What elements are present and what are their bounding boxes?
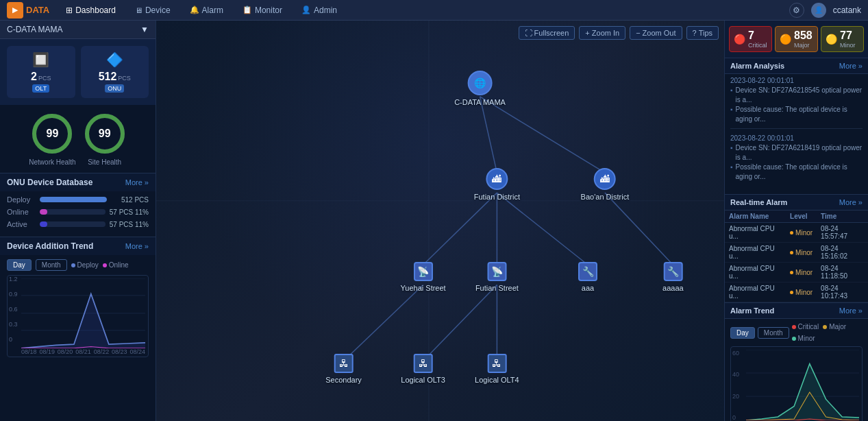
svg-marker-9	[21, 294, 145, 348]
right-panel: 🔴 7 Critical 🟠 858 Major 🟡 77 Minor	[724, 21, 868, 421]
fullscreen-button[interactable]: ⛶ Fullscreen	[519, 26, 575, 40]
alarm-trend-content: Day Month Critical Major Mi	[725, 319, 868, 421]
ry-1: 60	[732, 350, 739, 357]
x-label-6: 08/23	[112, 348, 127, 355]
onu-count: 512	[99, 71, 117, 83]
alarm-nav-icon: 🔔	[190, 5, 199, 14]
site-dropdown[interactable]: C-DATA MAMA ▼	[0, 21, 156, 39]
zoom-out-icon: −	[636, 29, 640, 37]
device-nav-icon: 🖥	[135, 6, 142, 14]
onu-database-title: ONU Device Database	[7, 178, 92, 187]
trend-online-legend: Online	[103, 261, 129, 269]
ry-3: 20	[732, 393, 739, 400]
nav-admin[interactable]: 👤 Admin	[299, 5, 340, 15]
node-olt4[interactable]: 🖧 Logical OLT4	[475, 354, 519, 384]
aaaaa-label: aaaaa	[662, 284, 684, 292]
futian-district-icon: 🏙	[486, 168, 508, 190]
analysis-entry-1: 2023-08-22 00:01:01 Device SN: DF27A6218…	[730, 77, 863, 129]
alarm-analysis-more[interactable]: More »	[839, 62, 863, 70]
ry-2: 40	[732, 371, 739, 378]
site-health-circle: 99	[83, 112, 127, 156]
olt-count-container: 2 PCS	[31, 71, 51, 83]
critical-legend-dot	[792, 325, 796, 329]
level-text-3: Minor	[795, 289, 813, 296]
major-alarm-label: Major	[794, 42, 813, 49]
nav-device[interactable]: 🖥 Device	[132, 5, 173, 15]
node-baoan-district[interactable]: 🏙 Bao'an District	[581, 168, 630, 201]
alarm-trend-month-button[interactable]: Month	[758, 327, 789, 339]
tips-button[interactable]: ? Tips	[686, 26, 719, 40]
deploy-bar	[40, 197, 107, 202]
nav-alarm[interactable]: 🔔 Alarm	[187, 5, 226, 15]
alarm-trend-controls: Day Month Critical Major Mi	[730, 323, 863, 342]
olt-label: OLT	[32, 84, 49, 93]
settings-button[interactable]: ⚙	[789, 3, 804, 18]
center-map[interactable]: 🌐 C-DATA MAMA 🏙 Futian District 🏙 Bao'an…	[156, 21, 724, 421]
realtime-alarm-more[interactable]: More »	[839, 198, 863, 206]
onu-database-more[interactable]: More »	[125, 178, 149, 187]
alarm-summary: 🔴 7 Critical 🟠 858 Major 🟡 77 Minor	[725, 21, 868, 58]
trend-section: Day Month Deploy Online 1.2 0.9 0.6 0.3 …	[0, 255, 156, 421]
nav-dashboard[interactable]: ⊞ Dashboard	[63, 5, 119, 15]
admin-nav-icon: 👤	[301, 5, 311, 14]
olt4-label: Logical OLT4	[475, 376, 519, 384]
zoom-in-button[interactable]: + Zoom In	[579, 26, 625, 40]
x-label-5: 08/22	[94, 348, 110, 355]
alarm-trend-section: Alarm Trend More » Day Month Critical Ma…	[725, 302, 868, 421]
major-legend: Major	[823, 323, 846, 330]
alarm-trend-more[interactable]: More »	[839, 306, 863, 315]
site-health-gauge: 99 Site Health	[83, 112, 127, 166]
node-futian-street[interactable]: 📡 Futian Street	[475, 262, 519, 292]
aaa-icon: 🔧	[578, 262, 597, 281]
analysis-time-2: 2023-08-22 00:01:01	[730, 134, 863, 142]
critical-alarm-icon: 🔴	[734, 34, 745, 45]
trend-more[interactable]: More »	[125, 242, 149, 250]
analysis-time-1: 2023-08-22 00:01:01	[730, 77, 863, 84]
node-yuehai[interactable]: 📡 Yuehai Street	[401, 262, 446, 292]
col-level: Level	[786, 210, 817, 223]
alarm-trend-day-button[interactable]: Day	[730, 327, 755, 339]
dropdown-arrow-icon: ▼	[140, 25, 149, 34]
left-chart-area: 1.2 0.9 0.6 0.3 0	[7, 275, 149, 357]
trend-day-button[interactable]: Day	[7, 259, 32, 271]
trend-deploy-legend: Deploy	[71, 261, 99, 269]
tips-icon: ?	[693, 29, 697, 37]
level-dot-2	[790, 271, 793, 274]
node-futian-district[interactable]: 🏙 Futian District	[474, 168, 520, 201]
onu-database-header: ONU Device Database More »	[0, 173, 156, 191]
alarm-time-cell-1: 08-24 15:16:02	[817, 243, 868, 263]
site-health-label: Site Health	[88, 158, 121, 166]
node-aaaaa[interactable]: 🔧 aaaaa	[662, 262, 684, 292]
alarm-time-cell-2: 08-24 11:18:50	[817, 263, 868, 282]
y-label-1: 1.2	[9, 276, 18, 282]
olt-count: 2	[31, 71, 37, 83]
onu-icon: 🔷	[106, 51, 123, 68]
node-secondary[interactable]: 🖧 Secondary	[325, 354, 362, 384]
nav-monitor[interactable]: 📋 Monitor	[240, 5, 285, 15]
svg-marker-25	[746, 364, 859, 421]
alarm-level-cell-1: Minor	[786, 243, 817, 263]
level-dot-0	[790, 231, 793, 234]
active-bar-container	[40, 221, 106, 227]
node-olt3[interactable]: 🖧 Logical OLT3	[401, 354, 445, 384]
level-text-0: Minor	[795, 229, 813, 237]
top-navigation: ▶ DATA ⊞ Dashboard 🖥 Device 🔔 Alarm 📋 Mo…	[0, 0, 868, 21]
futian-district-label: Futian District	[474, 193, 520, 201]
minor-alarm-label: Minor	[840, 42, 856, 49]
minor-legend-dot	[792, 337, 796, 341]
node-root[interactable]: 🌐 C-DATA MAMA	[454, 71, 506, 106]
onu-stats: Deploy 512 PCS Online 57 PCS 11% Active …	[0, 191, 156, 237]
analysis-line-2b: Possible cause: The optical device is ag…	[730, 163, 863, 182]
trend-month-button[interactable]: Month	[36, 259, 67, 271]
user-avatar: 👤	[811, 3, 826, 18]
online-label: Online	[7, 208, 36, 216]
minor-alarm-card: 🟡 77 Minor	[821, 26, 864, 52]
node-aaa[interactable]: 🔧 aaa	[578, 262, 597, 292]
zoom-out-button[interactable]: − Zoom Out	[630, 26, 682, 40]
alarm-level-cell-2: Minor	[786, 263, 817, 282]
analysis-line-1b: Possible cause: The optical device is ag…	[730, 105, 863, 124]
network-health-circle: 99	[30, 112, 74, 156]
alarm-trend-chart: 60 40 20 0	[730, 346, 863, 421]
main-layout: C-DATA MAMA ▼ 🔲 2 PCS OLT 🔷 512 PCS ONU	[0, 21, 868, 421]
analysis-line-2a: Device SN: DF27A6218419 optical power is…	[730, 143, 863, 163]
